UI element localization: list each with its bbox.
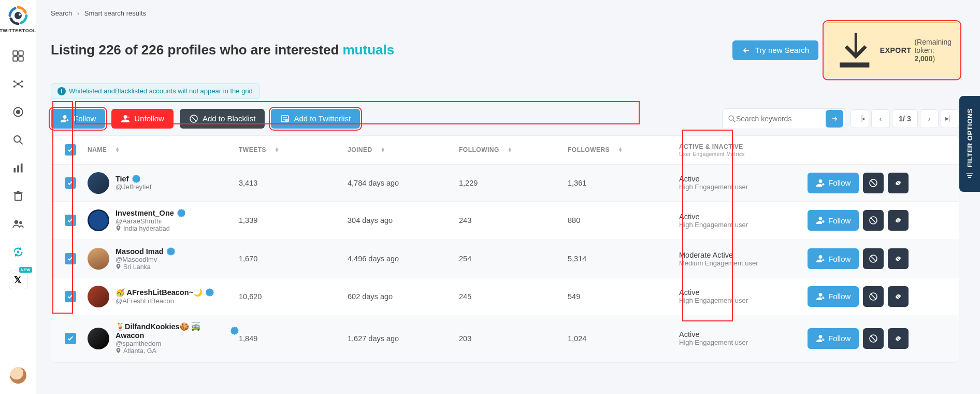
profile-avatar[interactable] <box>88 248 109 270</box>
row-blacklist-button[interactable] <box>863 173 884 193</box>
verified-icon <box>206 288 214 297</box>
info-icon: i <box>57 87 66 95</box>
svg-point-32 <box>17 251 19 254</box>
row-blacklist-button[interactable] <box>863 248 884 269</box>
download-icon <box>832 28 877 73</box>
select-all-checkbox[interactable] <box>65 144 76 156</box>
breadcrumb-root[interactable]: Search <box>51 9 72 17</box>
profile-handle[interactable]: @AFreshLitBeacon <box>116 297 214 305</box>
nav-target-icon[interactable] <box>9 103 27 121</box>
title-keyword: mutuals <box>343 42 395 58</box>
profile-name[interactable]: Tief <box>116 175 129 183</box>
nav-search-icon[interactable] <box>9 131 27 149</box>
add-twitterlist-button[interactable]: Add to Twitterlist <box>271 109 360 129</box>
svg-rect-27 <box>15 193 21 200</box>
unfollow-bulk-button[interactable]: Unfollow <box>111 109 174 129</box>
row-link-button[interactable] <box>888 328 909 349</box>
verified-icon <box>177 209 185 217</box>
cell-engagement: High Engagement user <box>679 339 803 346</box>
svg-rect-24 <box>13 168 16 173</box>
profile-handle[interactable]: @spamthedom <box>116 340 239 347</box>
toolbar: Follow Unfollow Add to Blacklist Add to … <box>51 108 959 129</box>
user-avatar[interactable] <box>10 367 26 384</box>
nav-analytics-icon[interactable] <box>9 159 27 177</box>
verified-icon <box>132 175 140 183</box>
cell-active: Moderate Active <box>679 251 803 259</box>
profile-name[interactable]: Masood Imad <box>116 247 164 256</box>
svg-point-31 <box>19 221 22 224</box>
row-checkbox[interactable] <box>65 333 76 344</box>
col-followers[interactable]: FOLLOWERS▲▼ <box>568 146 679 153</box>
nav-network-icon[interactable] <box>9 75 27 93</box>
row-link-button[interactable] <box>888 210 909 231</box>
row-follow-button[interactable]: Follow <box>808 248 859 269</box>
add-blacklist-button[interactable]: Add to Blacklist <box>180 109 265 129</box>
cell-joined: 1,627 days ago <box>348 334 399 343</box>
col-joined[interactable]: JOINED▲▼ <box>348 146 459 153</box>
filter-options-tab[interactable]: FILTER OPTIONS <box>959 96 980 192</box>
profile-handle[interactable]: @AaraeShruthi <box>116 217 185 225</box>
svg-rect-13 <box>13 51 18 55</box>
info-note: i Whitelisted andBlacklisted accounts wi… <box>51 83 260 99</box>
cell-following: 1,229 <box>459 179 478 187</box>
brand-name: TWITTERTOOL <box>0 28 36 33</box>
cell-tweets: 3,413 <box>239 179 257 187</box>
profile-location: Atlanta, GA <box>116 347 239 355</box>
row-follow-button[interactable]: Follow <box>808 286 859 307</box>
row-link-button[interactable] <box>888 286 909 307</box>
profile-name[interactable]: Investment_One <box>116 209 174 217</box>
profile-avatar[interactable] <box>88 286 109 307</box>
row-checkbox[interactable] <box>65 291 76 302</box>
cell-joined: 602 days ago <box>348 292 393 301</box>
keyword-search-input[interactable] <box>736 115 824 123</box>
row-checkbox[interactable] <box>65 177 76 189</box>
search-icon <box>728 115 736 123</box>
follow-bulk-button[interactable]: Follow <box>51 109 105 129</box>
row-follow-button[interactable]: Follow <box>808 173 859 193</box>
col-active[interactable]: ACTIVE & INACTIVE User Engagement Metric… <box>679 143 803 157</box>
export-button[interactable]: EXPORT (Remaining token: 2,000) <box>825 22 959 78</box>
profile-name[interactable]: 🥳 AFreshLitBeacon~🌙 <box>116 288 203 297</box>
list-add-icon <box>280 114 290 123</box>
profile-avatar[interactable] <box>88 209 109 231</box>
cell-engagement: High Engagement user <box>679 221 803 229</box>
col-following[interactable]: FOLLOWING▲▼ <box>459 146 568 153</box>
page-next-button[interactable]: › <box>920 109 939 128</box>
col-tweets[interactable]: TWEETS▲▼ <box>239 146 348 153</box>
nav-sync-icon[interactable] <box>9 243 27 261</box>
profile-handle[interactable]: @MasoodImv <box>116 256 175 263</box>
row-follow-button[interactable]: Follow <box>808 328 859 349</box>
page-prev-button[interactable]: ‹ <box>871 109 890 128</box>
profile-handle[interactable]: @Jeffreytief <box>116 183 151 191</box>
nav-x-icon[interactable]: 𝕏NEW <box>9 271 27 289</box>
page-last-button[interactable]: ▸⎸ <box>941 109 959 128</box>
nav-dashboard-icon[interactable] <box>9 47 27 65</box>
svg-point-30 <box>14 220 18 224</box>
row-blacklist-button[interactable] <box>863 286 884 307</box>
try-new-search-button[interactable]: Try new Search <box>732 40 818 60</box>
svg-point-23 <box>16 110 20 115</box>
row-link-button[interactable] <box>888 173 909 193</box>
cell-tweets: 1,339 <box>239 216 257 224</box>
page-first-button[interactable]: ⎹◂ <box>851 109 869 128</box>
cell-joined: 304 days ago <box>348 216 393 224</box>
profile-avatar[interactable] <box>88 328 109 349</box>
row-follow-button[interactable]: Follow <box>808 210 859 231</box>
cell-joined: 4,784 days ago <box>348 179 399 187</box>
row-blacklist-button[interactable] <box>863 328 884 349</box>
person-plus-icon <box>60 114 69 123</box>
col-name[interactable]: NAME▲▼ <box>83 146 239 153</box>
row-link-button[interactable] <box>888 248 909 269</box>
profile-name[interactable]: 🍹DilfandKookies🍪 🚎Awacon <box>116 322 227 340</box>
breadcrumb-leaf: Smart search results <box>84 9 146 17</box>
svg-rect-14 <box>19 51 23 55</box>
profile-avatar[interactable] <box>88 172 109 194</box>
cell-tweets: 1,670 <box>239 255 257 263</box>
cell-tweets: 1,849 <box>239 334 257 343</box>
search-go-button[interactable] <box>826 110 843 128</box>
row-checkbox[interactable] <box>65 215 76 226</box>
row-blacklist-button[interactable] <box>863 210 884 231</box>
nav-people-icon[interactable] <box>9 215 27 233</box>
nav-trash-icon[interactable] <box>9 187 27 205</box>
row-checkbox[interactable] <box>65 253 76 264</box>
